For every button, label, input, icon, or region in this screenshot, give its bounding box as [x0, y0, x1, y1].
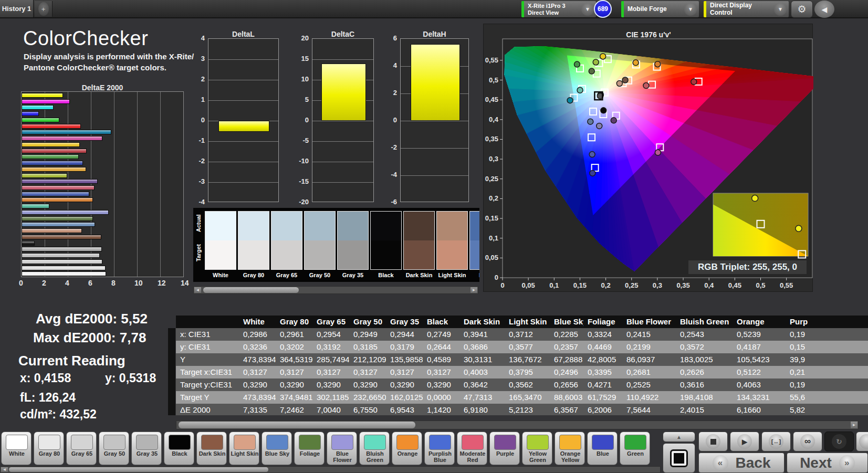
swatch-gray-80[interactable] — [238, 211, 269, 270]
swatch-gray-65[interactable] — [271, 211, 302, 270]
patch-button-orange[interactable]: Orange — [392, 432, 422, 465]
patch-button-yellow-green[interactable]: Yellow Green — [522, 432, 552, 465]
patch-button-green[interactable]: Green — [620, 432, 650, 465]
tab-history-1[interactable]: History 1 — [0, 0, 34, 17]
next-button[interactable]: Next » — [787, 453, 868, 473]
workflow-dropdown[interactable]: Direct Display Control ▼ — [704, 1, 789, 17]
swatch-label: Gray 65 — [270, 272, 303, 278]
source-dropdown[interactable]: Mobile Forge ▼ — [621, 1, 699, 17]
gridline — [114, 92, 114, 277]
table-cell: 0,3290 — [349, 379, 386, 391]
patch-button-black[interactable]: Black — [164, 432, 194, 465]
patch-button-dark-skin[interactable]: Dark Skin — [196, 432, 227, 465]
swatch-gray-35[interactable] — [337, 211, 369, 270]
row-handle[interactable] — [168, 341, 175, 353]
svg-text:0,5: 0,5 — [756, 281, 765, 289]
patch-button-blue-sky[interactable]: Blue Sky — [262, 432, 292, 465]
table-cell: 61,7529 — [583, 391, 622, 404]
patch-button-gray-50[interactable]: Gray 50 — [99, 432, 129, 465]
patch-button-bluish-green[interactable]: Bluish Green — [359, 432, 390, 465]
meter-dropdown[interactable]: X-Rite i1Pro 3 Direct View ▼ — [521, 1, 596, 17]
scroll-thumb[interactable] — [203, 287, 299, 293]
row-label: Y — [176, 353, 239, 366]
measured-marker-orange — [655, 61, 661, 67]
table-cell: 0,3941 — [459, 328, 505, 341]
patch-button-gray-35[interactable]: Gray 35 — [131, 432, 162, 465]
row-handle[interactable] — [168, 391, 175, 404]
swatch-light-skin[interactable] — [436, 211, 468, 270]
row-handle[interactable] — [168, 404, 175, 415]
x-tick-label: 8 — [111, 279, 116, 287]
deltae-bar-chart — [21, 91, 184, 277]
patch-button-blue[interactable]: Blue — [587, 432, 618, 465]
page-title: ColorChecker — [23, 27, 148, 50]
expand-panel-button[interactable]: ▲ — [663, 432, 695, 442]
measured-marker-yellow — [600, 54, 606, 59]
patch-button-purple[interactable]: Purple — [489, 432, 520, 465]
scroll-left-arrow[interactable]: ◄ — [194, 287, 201, 293]
swatch-white[interactable] — [205, 211, 236, 270]
continuous-measure-button[interactable]: ∞ — [793, 432, 822, 451]
patch-button-light-skin[interactable]: Light Skin — [229, 432, 259, 465]
stop-button[interactable] — [698, 432, 728, 451]
row-handle[interactable] — [168, 353, 175, 366]
table-cell: 0,2357 — [550, 341, 583, 353]
measurement-count-badge[interactable]: 689 — [594, 0, 612, 18]
patch-window-button[interactable] — [663, 443, 695, 473]
add-tab-button[interactable]: + — [35, 1, 53, 17]
swatch-strip-scrollbar[interactable]: ◄► — [193, 286, 478, 294]
table-scrollbar[interactable]: ► — [176, 421, 859, 429]
y-tick-label: 2 — [191, 75, 205, 83]
back-button[interactable]: « Back — [698, 453, 785, 473]
patch-color — [462, 435, 484, 450]
patch-button-blue-flower[interactable]: Blue Flower — [327, 432, 357, 465]
table-row: Y473,8394364,5319285,7494212,1209135,985… — [168, 353, 868, 366]
swatch-dark-skin[interactable] — [403, 211, 435, 270]
table-cell: 0,3290 — [423, 379, 459, 391]
patch-label: Orange — [392, 451, 423, 457]
target-color — [437, 240, 467, 269]
scroll-thumb[interactable] — [9, 467, 268, 472]
scroll-left-arrow[interactable]: ◄ — [1, 467, 8, 472]
y-tick-label: -6 — [383, 198, 397, 206]
row-handle[interactable] — [168, 328, 175, 341]
table-cell: 0,3192 — [312, 341, 349, 353]
patch-button-white[interactable]: White — [1, 432, 32, 465]
column-header: Gray 65 — [312, 316, 349, 328]
scroll-right-arrow[interactable]: ► — [851, 422, 857, 428]
patch-button-gray-65[interactable]: Gray 65 — [66, 432, 97, 465]
patch-strip-scrollbar[interactable]: ◄ — [0, 466, 661, 473]
swatch-gray-50[interactable] — [304, 211, 336, 270]
row-handle[interactable] — [168, 379, 175, 391]
y-tick-label: -4 — [383, 171, 397, 178]
measure-series-button[interactable]: [↔] — [761, 432, 791, 451]
patch-button-gray-80[interactable]: Gray 80 — [34, 432, 64, 465]
refresh-button[interactable]: ↻ — [824, 432, 854, 451]
y-tick-label: -2 — [383, 143, 397, 151]
settings-button[interactable]: ⚙ — [791, 1, 813, 18]
collapse-button[interactable]: ◀ — [814, 1, 834, 18]
patch-window-icon — [670, 449, 688, 467]
y-tick-label: 0 — [295, 116, 309, 124]
target-color — [271, 240, 302, 269]
patch-label: Gray 50 — [99, 451, 130, 457]
swatch-blue[interactable] — [469, 211, 479, 270]
scroll-thumb[interactable] — [179, 422, 415, 428]
svg-text:0: 0 — [495, 274, 498, 281]
row-handle[interactable] — [168, 366, 175, 379]
measured-marker-bluish-green — [577, 87, 583, 93]
extra-button[interactable] — [856, 432, 868, 451]
actual-color — [437, 212, 467, 240]
table-cell: 0,3616 — [676, 379, 733, 391]
scroll-right-arrow[interactable]: ► — [470, 287, 477, 293]
swatch-black[interactable] — [370, 211, 402, 270]
play-button[interactable]: ▶ — [730, 432, 759, 451]
patch-button-foliage[interactable]: Foliage — [294, 432, 325, 465]
x-tick-label: 2 — [42, 279, 46, 287]
patch-label: Gray 80 — [34, 451, 65, 457]
patch-button-purplish-blue[interactable]: Purplish Blue — [424, 432, 455, 465]
patch-button-moderate-red[interactable]: Moderate Red — [457, 432, 487, 465]
patch-color — [331, 435, 353, 450]
patch-button-orange-yellow[interactable]: Orange Yellow — [555, 432, 585, 465]
meter-line2: Direct View — [528, 9, 581, 16]
